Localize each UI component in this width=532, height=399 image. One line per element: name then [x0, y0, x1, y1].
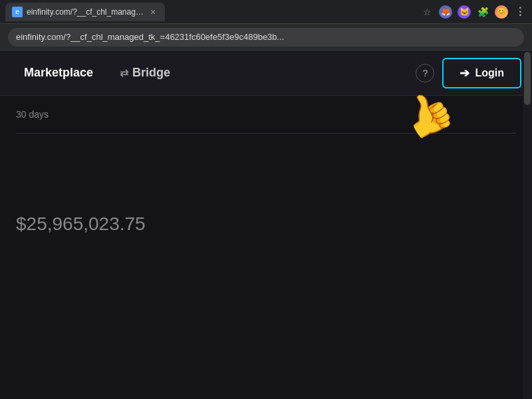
login-arrow-icon: ➔: [460, 66, 469, 80]
extensions-icon[interactable]: 🧩: [476, 5, 489, 19]
navbar: Marketplace ⇄ Bridge ? ➔ Login 👍: [0, 51, 532, 96]
tab-title: einfinity.com/?__cf_chl_managed_tk_=4623…: [27, 7, 144, 17]
profile-avatar-icon[interactable]: 😊: [495, 5, 508, 19]
scrollbar-thumb[interactable]: [524, 52, 531, 105]
nav-right: ? ➔ Login: [416, 58, 521, 88]
help-icon: ?: [423, 68, 428, 78]
tab-bar: e einfinity.com/?__cf_chl_managed_tk_=46…: [5, 0, 416, 23]
divider: [16, 133, 516, 134]
active-tab[interactable]: e einfinity.com/?__cf_chl_managed_tk_=46…: [5, 3, 165, 21]
main-content: 30 days $25,965,023.75: [0, 96, 532, 399]
marketplace-label: Marketplace: [24, 66, 93, 80]
metamask-extension-icon[interactable]: 🦊: [439, 5, 452, 19]
cat-extension-icon[interactable]: 🐱: [458, 5, 471, 19]
address-bar: [0, 24, 532, 51]
app-container: Marketplace ⇄ Bridge ? ➔ Login 👍 30 days…: [0, 51, 532, 399]
nav-links: Marketplace ⇄ Bridge: [11, 66, 416, 80]
help-button[interactable]: ?: [416, 64, 434, 82]
browser-icons: ☆ 🦊 🐱 🧩 😊 ⋮: [420, 5, 527, 19]
login-button[interactable]: ➔ Login: [442, 58, 521, 88]
address-input[interactable]: [8, 28, 524, 47]
period-label: 30 days: [16, 109, 516, 120]
nav-item-bridge[interactable]: ⇄ Bridge: [106, 66, 184, 80]
tab-favicon: e: [12, 7, 23, 17]
nav-item-marketplace[interactable]: Marketplace: [11, 66, 106, 80]
shuffle-icon: ⇄: [120, 66, 128, 79]
scrollbar-track[interactable]: [523, 51, 532, 399]
bookmark-icon[interactable]: ☆: [420, 5, 434, 19]
amount-display: $25,965,023.75: [16, 213, 516, 235]
tab-close-button[interactable]: ×: [148, 7, 158, 17]
browser-chrome: e einfinity.com/?__cf_chl_managed_tk_=46…: [0, 0, 532, 24]
browser-menu-icon[interactable]: ⋮: [513, 5, 527, 19]
bridge-label: Bridge: [132, 66, 170, 80]
login-label: Login: [475, 67, 504, 79]
